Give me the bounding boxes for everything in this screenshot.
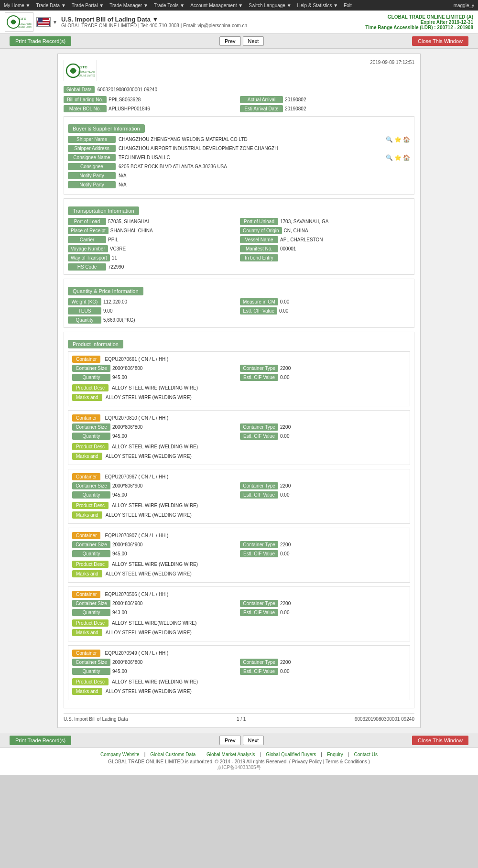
container-type-row-6: Container Type 2200 [240,659,406,666]
container-size-value-3: 2000*806*900 [112,483,142,488]
container-qty-value-6: 945.00 [112,669,127,674]
next-button[interactable]: Next [243,36,264,46]
document-timestamp: 2019-09-09 17:12:51 [370,60,414,65]
marks-label-6: Marks and [72,688,102,695]
shipper-address-value: CHANGZHOU AIRPORT INDUSTRIAL DEVELOPMENT… [119,146,410,151]
container-badge-1: Container [72,356,100,363]
nav-exit[interactable]: Exit [344,3,352,8]
flag-dropdown[interactable]: ▼ [53,20,57,25]
star-icon[interactable]: ⭐ [394,136,402,143]
container-type-row-5: Container Type 2200 [240,600,406,607]
container-size-row-3: Container Size 2000*806*900 [72,482,238,489]
bottom-close-button[interactable]: Close This Window [412,736,468,745]
teus-label: TEUS [68,307,101,315]
nav-help-statistics[interactable]: Help & Statistics ▼ [297,3,338,8]
bottom-nav-buttons: Prev Next [219,736,264,745]
consignee-row: Consignee 6205 BOAT ROCK BLVD ATLANTA GA… [68,163,410,170]
container-id-2: EQPU2070810 ( CN / L / HH ) [105,415,168,421]
bottom-prev-button[interactable]: Prev [219,736,241,745]
container-badge-5: Container [72,591,100,598]
nav-trade-tools[interactable]: Trade Tools ▼ [154,3,185,8]
document-footer: U.S. Import Bill of Lading Data 1 / 1 60… [64,713,414,722]
actual-arrival-value: 20190802 [285,97,306,102]
header-bar: GTC GLOBAL TRADE ONLINE LIMITED ▼ U.S. I… [0,11,478,34]
action-bar: Print Trade Record(s) Prev Next Close Th… [0,34,478,49]
site-footer: Company Website | Global Customs Data | … [0,748,478,775]
search-icon[interactable]: 🔍 [386,154,393,161]
container-qty-label-3: Quantity [72,491,110,499]
company-contact: GLOBAL TRADE ONLINE LIMITED | Tel: 400-7… [61,23,247,28]
container-estl-row-1: Estl. CIF Value 0.00 [240,374,406,381]
container-estl-label-5: Estl. CIF Value [240,609,278,616]
container-qty-value-1: 945.00 [112,375,127,380]
footer-label: U.S. Import Bill of Lading Data [64,716,128,722]
footer-link-enquiry[interactable]: Enquiry [327,752,343,757]
header-title-area: U.S. Import Bill of Lading Data ▼ GLOBAL… [61,16,247,28]
home-icon[interactable]: 🏠 [403,154,410,161]
prev-button[interactable]: Prev [219,36,241,46]
product-desc-value-1: ALLOY STEEL WIRE (WELDING WIRE) [112,385,198,391]
footer-link-company[interactable]: Company Website [100,752,140,757]
transport-title: Transportation Information [68,206,139,215]
svg-text:ONLINE LIMITED: ONLINE LIMITED [78,75,95,77]
shipper-address-row: Shipper Address CHANGZHOU AIRPORT INDUST… [68,145,410,152]
nav-trade-portal[interactable]: Trade Portal ▼ [72,3,104,8]
mater-bol-row: Mater BOL No. APLUSHPP001846 [64,105,238,112]
container-size-value-6: 2000*806*800 [112,660,142,665]
in-bond-entry-label: In bond Entry [240,254,278,261]
container-size-label-2: Container Size [72,423,110,431]
container-size-value-5: 2000*806*900 [112,601,142,606]
shipper-address-label: Shipper Address [68,145,116,152]
nav-account-management[interactable]: Account Management ▼ [190,3,243,8]
nav-my-home[interactable]: My Home ▼ [4,3,30,8]
container-id-1: EQPU2070661 ( CN / L / HH ) [105,357,168,362]
us-flag [36,17,51,27]
star-icon[interactable]: ⭐ [394,154,402,161]
estl-cif-value: 0.00 [279,308,288,314]
container-type-row-1: Container Type 2200 [240,365,406,372]
nav-trade-data[interactable]: Trade Data ▼ [36,3,65,8]
svg-text:GTC: GTC [79,65,87,69]
consignee-name-value: TECHNIWELD USALLC [119,155,383,160]
print-button[interactable]: Print Trade Record(s) [10,36,71,46]
footer-link-customs[interactable]: Global Customs Data [150,752,196,757]
esti-arrival-row: Esti Arrival Date 20190802 [240,105,414,112]
product-desc-label-6: Product Desc [72,678,109,685]
container-estl-row-4: Estl. CIF Value 0.00 [240,550,406,557]
container-id-4: EQPU2070907 ( CN / L / HH ) [105,533,168,538]
container-badge-4: Container [72,532,100,539]
estl-cif-label: Estl. CIF Value [240,307,277,315]
container-section-5: Container EQPU2070506 ( CN / L / HH ) Co… [68,586,410,641]
weight-label: Weight (KG) [68,298,101,305]
search-icon[interactable]: 🔍 [386,136,393,143]
logo: GTC GLOBAL TRADE ONLINE LIMITED [5,12,33,32]
consignee-icons: 🔍 ⭐ 🏠 [386,154,410,161]
container-type-row-3: Container Type 2200 [240,482,406,489]
hs-code-value: 722990 [108,264,124,270]
transport-grid: Port of Load 57035, SHANGHAI Port of Unl… [68,218,410,271]
container-qty-row-3: Quantity 945.00 [72,491,238,499]
container-estl-label-2: Estl. CIF Value [240,433,278,440]
nav-switch-language[interactable]: Switch Language ▼ [249,3,291,8]
nav-trade-manager[interactable]: Trade Manager ▼ [109,3,148,8]
product-title: Product Information [68,340,123,348]
quantity-title: Quantity & Price Information [68,287,143,295]
bottom-next-button[interactable]: Next [243,736,264,745]
consignee-label: Consignee [68,163,116,170]
svg-text:GLOBAL TRADE: GLOBAL TRADE [78,71,95,74]
container-estl-label-4: Estl. CIF Value [240,550,278,557]
container-qty-row-6: Quantity 945.00 [72,668,238,675]
bottom-print-button[interactable]: Print Trade Record(s) [10,736,71,745]
container-section-2: Container EQPU2070810 ( CN / L / HH ) Co… [68,410,410,465]
home-icon[interactable]: 🏠 [403,136,410,143]
container-size-label-5: Container Size [72,600,110,607]
footer-link-contact[interactable]: Contact Us [354,752,377,757]
container-id-5: EQPU2070506 ( CN / L / HH ) [105,592,168,597]
footer-link-buyers[interactable]: Global Qualified Buyers [266,752,316,757]
product-desc-value-2: ALLOY STEEL WIRE (WELDING WIRE) [112,444,198,449]
footer-link-market[interactable]: Global Market Analysis [206,752,255,757]
product-desc-value-6: ALLOY STEEL WIRE (WELDING WIRE) [112,679,198,684]
close-button[interactable]: Close This Window [412,36,468,46]
notify-party1-value: N/A [119,173,410,178]
document-card: GTC GLOBAL TRADE ONLINE LIMITED 2019-09-… [57,54,421,728]
